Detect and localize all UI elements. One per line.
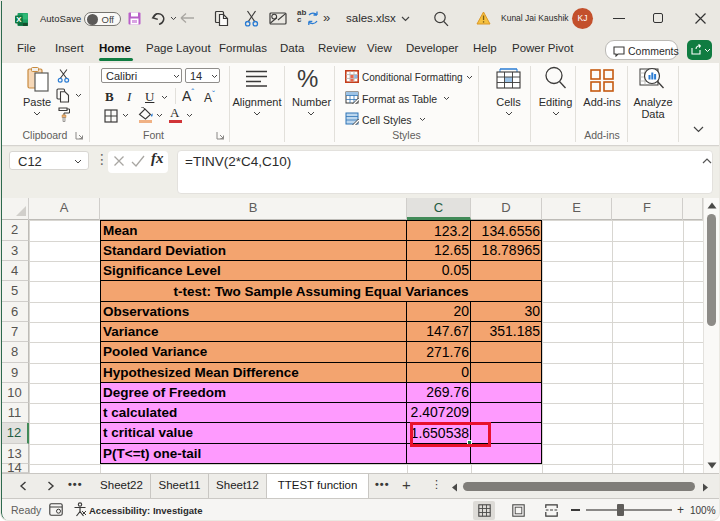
svg-text:X: X xyxy=(16,15,22,24)
